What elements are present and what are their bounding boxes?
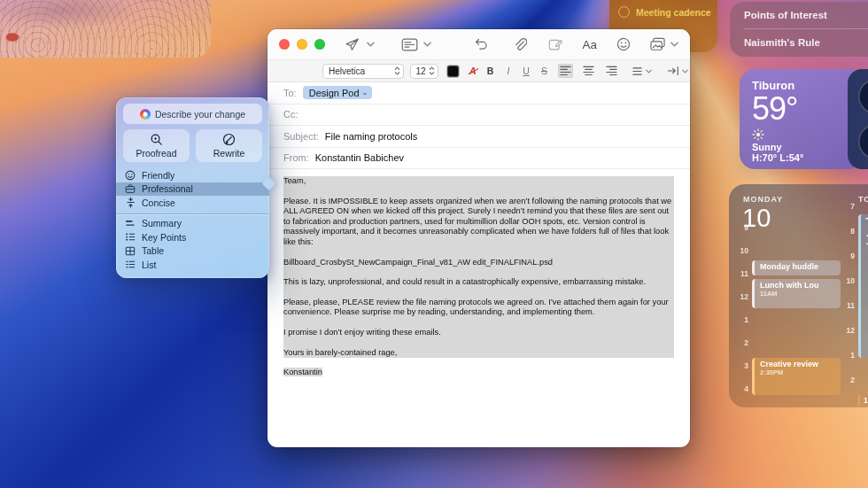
header-fields-chevron[interactable] bbox=[423, 42, 431, 47]
hour-label: 2 bbox=[734, 338, 748, 361]
undo-button[interactable] bbox=[474, 38, 489, 50]
align-center-button[interactable] bbox=[581, 64, 596, 78]
notes-widget[interactable]: Points of Interest Naismith's Rule bbox=[730, 2, 868, 57]
mail-compose-window: Aa bbox=[267, 29, 690, 447]
proofread-button[interactable]: Proofread bbox=[123, 129, 190, 162]
reminder-label: Meeting cadence bbox=[636, 7, 711, 18]
proofread-label: Proofread bbox=[136, 148, 176, 159]
smiley-icon bbox=[616, 37, 631, 51]
world-clock-widget[interactable] bbox=[848, 69, 868, 169]
menu-item-list[interactable]: List bbox=[116, 258, 269, 272]
menu-item-summary[interactable]: Summary bbox=[116, 217, 269, 231]
close-window-button[interactable] bbox=[279, 39, 290, 50]
header-fields-button[interactable] bbox=[401, 38, 418, 51]
align-left-icon bbox=[560, 66, 571, 76]
reminder-item[interactable]: Meeting cadence bbox=[618, 6, 711, 18]
attach-button[interactable] bbox=[513, 37, 527, 52]
describe-change-label: Describe your change bbox=[155, 109, 245, 120]
menu-item-professional[interactable]: Professional bbox=[116, 182, 269, 197]
hour-label: 12 bbox=[734, 292, 748, 315]
divider bbox=[116, 213, 269, 214]
menu-item-concise[interactable]: Concise bbox=[116, 196, 269, 210]
from-value: Konstantin Babichev bbox=[315, 152, 404, 163]
bold-button[interactable]: B bbox=[484, 66, 496, 76]
menu-item-key-points[interactable]: Key Points bbox=[116, 230, 269, 244]
markup-button[interactable] bbox=[548, 37, 563, 51]
list-style-button[interactable] bbox=[630, 65, 654, 78]
to-field[interactable]: To: Design Pod ⌄ bbox=[267, 82, 690, 105]
hour-label: 2 bbox=[841, 376, 855, 400]
selected-text-block: Team, Please. It is IMPOSSIBLE to keep a… bbox=[283, 176, 674, 358]
describe-change-field[interactable]: Describe your change bbox=[123, 104, 262, 124]
calendar-event[interactable]: Creative review 2:30PM bbox=[752, 358, 841, 395]
format-panel-button[interactable]: Aa bbox=[582, 38, 597, 51]
text-color-swatch[interactable] bbox=[447, 66, 458, 77]
chevron-down-icon bbox=[670, 42, 678, 47]
chevron-down-icon: ⌄ bbox=[362, 89, 368, 97]
bullet-list-icon bbox=[125, 232, 136, 242]
from-field[interactable]: From: Konstantin Babichev bbox=[267, 148, 690, 170]
markup-icon bbox=[548, 37, 563, 51]
weather-widget[interactable]: Tiburon 59° Sunny H:70° L:54° bbox=[740, 69, 864, 169]
weather-high-low: H:70° L:54° bbox=[752, 152, 851, 163]
emoji-button[interactable] bbox=[616, 37, 631, 51]
header-fields-icon bbox=[401, 38, 418, 51]
font-family-select[interactable]: Helvetica bbox=[322, 64, 404, 79]
subject-field[interactable]: Subject: File naming protocols bbox=[267, 126, 690, 148]
hour-label: 3 bbox=[734, 361, 748, 384]
from-label: From: bbox=[283, 152, 309, 163]
zoom-window-button[interactable] bbox=[314, 39, 325, 50]
paperclip-icon bbox=[513, 37, 527, 52]
notes-row-naismiths-rule[interactable]: Naismith's Rule bbox=[730, 29, 868, 56]
align-right-icon bbox=[606, 66, 617, 76]
calendar-hour-labels-tomorrow: 7 8 9 10 11 12 1 2 bbox=[841, 202, 855, 400]
briefcase-icon bbox=[125, 183, 136, 194]
menu-item-label: Table bbox=[142, 245, 164, 256]
menu-item-friendly[interactable]: Friendly bbox=[116, 168, 269, 182]
calendar-event-tomorrow[interactable]: Tri 10 bbox=[858, 214, 868, 358]
align-right-button[interactable] bbox=[604, 64, 619, 78]
recipient-token[interactable]: Design Pod ⌄ bbox=[303, 86, 373, 99]
align-center-icon bbox=[583, 66, 594, 76]
calendar-event[interactable]: Lunch with Lou 11AM bbox=[752, 279, 841, 308]
font-family-value: Helvetica bbox=[329, 66, 394, 76]
hour-label: 12 bbox=[841, 326, 855, 351]
rewrite-button[interactable]: Rewrite bbox=[196, 129, 262, 162]
calendar-event-followup[interactable]: 1 m bbox=[858, 395, 868, 406]
indent-button[interactable] bbox=[665, 64, 690, 78]
send-button[interactable] bbox=[345, 37, 360, 52]
fonts-label: Aa bbox=[582, 38, 597, 51]
to-label: To: bbox=[283, 88, 297, 98]
event-title: Monday huddle bbox=[760, 262, 835, 271]
minimize-window-button[interactable] bbox=[297, 39, 307, 50]
photos-options-chevron[interactable] bbox=[670, 42, 678, 47]
menu-item-table[interactable]: Table bbox=[116, 244, 269, 259]
desktop: Meeting cadence Points of Interest Naism… bbox=[0, 0, 868, 488]
photos-icon bbox=[649, 37, 666, 51]
align-left-button[interactable] bbox=[558, 64, 573, 78]
stepper-icon bbox=[394, 66, 400, 76]
character-color-button[interactable]: A bbox=[468, 66, 478, 76]
send-options-chevron[interactable] bbox=[367, 42, 375, 47]
notes-row-points-of-interest[interactable]: Points of Interest bbox=[730, 2, 868, 28]
photo-widget[interactable] bbox=[0, 0, 211, 58]
hour-label: 8 bbox=[841, 227, 855, 252]
window-titlebar: Aa bbox=[267, 29, 690, 60]
underline-button[interactable]: U bbox=[520, 66, 531, 76]
font-size-select[interactable]: 12 bbox=[410, 64, 439, 79]
body-paragraph: This is lazy, unprofessional, and could … bbox=[283, 277, 674, 288]
calendar-widget[interactable]: MONDAY 10 9 10 11 12 1 2 3 4 Monday hudd… bbox=[729, 184, 868, 407]
subject-value: File naming protocols bbox=[325, 131, 418, 142]
analog-clock-icon bbox=[858, 79, 868, 114]
cc-field[interactable]: Cc: bbox=[267, 105, 690, 127]
hour-label: 11 bbox=[841, 301, 855, 326]
writing-tools-actions: Proofread Rewrite bbox=[123, 129, 262, 162]
calendar-event[interactable]: Monday huddle bbox=[752, 260, 841, 275]
chevron-down-icon bbox=[646, 69, 652, 74]
message-body[interactable]: Team, Please. It is IMPOSSIBLE to keep a… bbox=[267, 169, 690, 378]
photos-browser-button[interactable] bbox=[649, 37, 666, 51]
strikethrough-button[interactable]: S bbox=[539, 66, 550, 76]
reminder-checkbox-icon[interactable] bbox=[618, 6, 630, 18]
pencil-circle-icon bbox=[222, 133, 236, 146]
italic-button[interactable]: I bbox=[502, 66, 514, 76]
